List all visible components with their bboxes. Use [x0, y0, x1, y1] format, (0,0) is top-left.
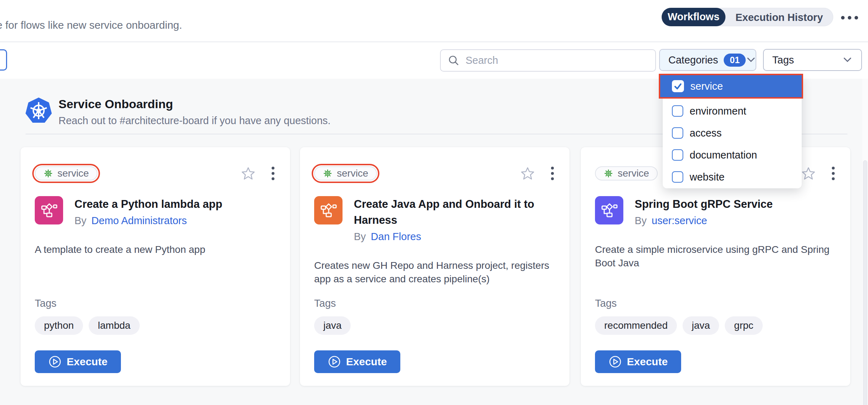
- card-title: Create a Python lambda app: [74, 196, 222, 212]
- view-toggle: Workflows Execution History: [662, 8, 833, 26]
- dropdown-option-website[interactable]: website: [663, 166, 802, 188]
- search-input[interactable]: [466, 55, 648, 66]
- dropdown-option-access[interactable]: access: [663, 122, 802, 144]
- execute-button[interactable]: Execute: [35, 350, 121, 373]
- dropdown-option-label: environment: [690, 105, 746, 117]
- edge-cutoff-button[interactable]: [0, 49, 7, 71]
- dropdown-option-label: documentation: [690, 149, 757, 161]
- section-subtitle: Reach out to #architecture-board if you …: [59, 115, 330, 127]
- play-icon: [608, 355, 622, 368]
- workflow-icon: [35, 196, 63, 224]
- play-icon: [328, 355, 341, 368]
- chevron-down-icon: [842, 56, 853, 63]
- tags-label: Tags: [314, 298, 555, 309]
- tag-pill: recommended: [595, 316, 677, 335]
- category-badge: service: [314, 166, 377, 181]
- by-label: By: [74, 215, 87, 227]
- category-badge-label: service: [337, 168, 368, 179]
- workflow-card: service Create Java App and Onboard it t…: [300, 147, 569, 386]
- gear-icon: [43, 168, 53, 178]
- category-badge-label: service: [618, 168, 649, 179]
- checkbox-checked[interactable]: [672, 80, 684, 92]
- dropdown-option-documentation[interactable]: documentation: [663, 144, 802, 166]
- tags-filter-label: Tags: [772, 54, 794, 66]
- workflow-icon: [314, 196, 343, 224]
- tag-pill: java: [683, 316, 719, 335]
- checkbox-unchecked[interactable]: [672, 127, 683, 139]
- dropdown-option-environment[interactable]: environment: [663, 100, 802, 122]
- header-divider: [0, 41, 868, 42]
- favorite-star-icon[interactable]: [521, 166, 535, 181]
- author-link[interactable]: user:service: [652, 215, 707, 227]
- tab-execution-history[interactable]: Execution History: [725, 8, 833, 27]
- card-title: Spring Boot gRPC Service: [635, 196, 773, 212]
- section-title: Service Onboarding: [59, 97, 173, 111]
- badge-wrap: service: [592, 164, 660, 183]
- favorite-star-icon[interactable]: [801, 166, 816, 181]
- tag-pill: python: [35, 316, 83, 335]
- gear-icon: [323, 168, 333, 178]
- chevron-down-icon: [746, 56, 756, 63]
- category-badge: service: [35, 166, 98, 181]
- by-label: By: [354, 231, 366, 243]
- card-menu-icon[interactable]: [270, 165, 276, 182]
- card-description: Create a simple microservice using gRPC …: [595, 243, 836, 270]
- dropdown-option-service-selected[interactable]: service: [659, 74, 803, 99]
- categories-filter-label: Categories: [668, 54, 718, 66]
- tag-pill: java: [314, 316, 351, 335]
- checkbox-unchecked[interactable]: [672, 105, 683, 117]
- card-menu-icon[interactable]: [830, 165, 836, 182]
- tab-workflows[interactable]: Workflows: [662, 8, 725, 26]
- scrollbar-thumb[interactable]: [863, 160, 867, 405]
- workflow-icon: [595, 196, 623, 224]
- author-link[interactable]: Dan Flores: [371, 231, 421, 243]
- dropdown-option-label: service: [690, 81, 723, 92]
- tags-label: Tags: [595, 298, 836, 309]
- tags-filter-dropdown[interactable]: Tags: [763, 49, 862, 71]
- search-icon: [448, 55, 460, 67]
- card-description: A template to create a new Python app: [35, 243, 276, 256]
- categories-filter-dropdown[interactable]: Categories 01: [659, 49, 756, 71]
- page-tagline: e for flows like new service onboarding.: [0, 19, 182, 31]
- categories-count-badge: 01: [724, 54, 746, 67]
- gear-icon: [603, 168, 613, 178]
- card-menu-icon[interactable]: [550, 165, 555, 182]
- card-title: Create Java App and Onboard it to Harnes…: [354, 196, 555, 228]
- card-description: Creates new GH Repo and Harness project,…: [314, 259, 555, 286]
- by-label: By: [635, 215, 647, 227]
- dropdown-option-label: website: [690, 171, 724, 183]
- category-badge: service: [595, 166, 658, 181]
- scrollbar-track: [862, 79, 868, 405]
- category-badge-label: service: [57, 168, 89, 179]
- tag-pill: grpc: [725, 316, 762, 335]
- kubernetes-icon: [24, 96, 53, 126]
- checkbox-unchecked[interactable]: [672, 149, 683, 161]
- execute-button[interactable]: Execute: [595, 350, 681, 373]
- checkbox-unchecked[interactable]: [672, 171, 683, 183]
- annotation-highlight: service: [32, 164, 100, 183]
- search-bar[interactable]: [440, 49, 656, 72]
- tag-pill: lambda: [89, 316, 140, 335]
- workflow-card: service Create a Python lambda app ByDem…: [21, 147, 290, 386]
- favorite-star-icon[interactable]: [241, 166, 255, 181]
- play-icon: [48, 355, 62, 368]
- tags-label: Tags: [35, 298, 276, 309]
- dropdown-option-label: access: [690, 127, 722, 139]
- annotation-highlight: service: [312, 164, 379, 183]
- more-options-icon[interactable]: [841, 16, 858, 20]
- author-link[interactable]: Demo Administrators: [91, 215, 187, 227]
- execute-button[interactable]: Execute: [314, 350, 400, 373]
